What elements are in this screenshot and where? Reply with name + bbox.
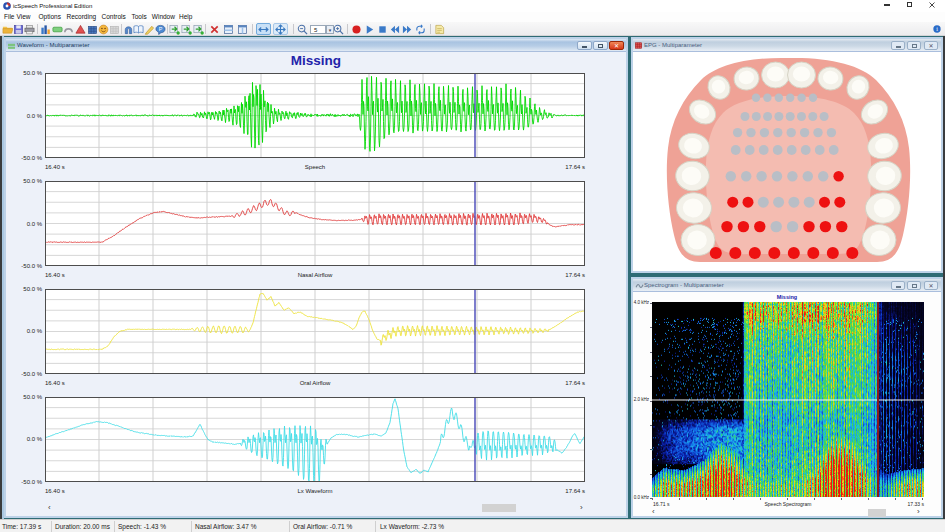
svg-text:P: P bbox=[159, 25, 163, 31]
